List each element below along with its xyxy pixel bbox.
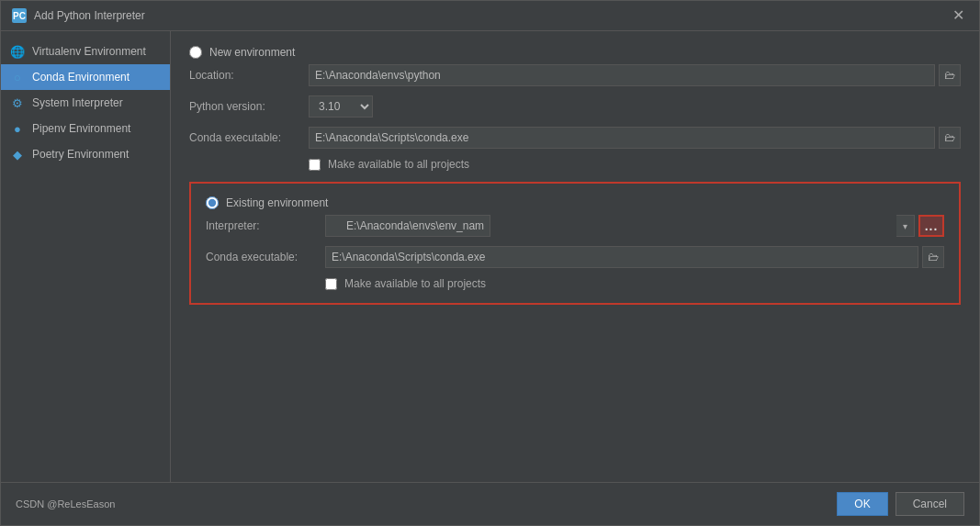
new-conda-exec-label: Conda executable: [189, 131, 309, 144]
new-env-radio[interactable] [189, 46, 202, 59]
existing-env-radio-row: Existing environment [206, 196, 944, 209]
sidebar-item-pipenv-label: Pipenv Environment [32, 122, 130, 135]
location-label: Location: [189, 69, 309, 82]
new-conda-exec-input[interactable] [309, 127, 935, 149]
existing-env-radio[interactable] [206, 196, 219, 209]
new-env-radio-row: New environment [189, 46, 961, 59]
location-control: 🗁 [309, 64, 961, 86]
virtualenv-icon: 🌐 [10, 44, 25, 59]
dialog-title: Add Python Interpreter [34, 9, 145, 22]
dialog-icon: PC [12, 8, 27, 23]
sidebar-item-pipenv[interactable]: ● Pipenv Environment [1, 116, 170, 141]
add-python-interpreter-dialog: PC Add Python Interpreter ✕ 🌐 Virtualenv… [0, 0, 980, 526]
existing-env-make-available-checkbox[interactable] [325, 278, 337, 290]
existing-environment-section: Existing environment Interpreter: ▾ ... [189, 182, 961, 305]
python-version-select[interactable]: 3.10 3.9 3.8 [309, 95, 373, 118]
footer-branding: CSDN @ReLesEason [16, 498, 115, 509]
poetry-icon: ◆ [10, 147, 25, 162]
new-env-radio-label: New environment [209, 46, 295, 59]
sidebar-item-conda[interactable]: ○ Conda Environment [1, 64, 170, 90]
new-environment-section: New environment Location: 🗁 Python versi… [189, 46, 961, 171]
existing-conda-exec-control: 🗁 [325, 246, 944, 268]
main-panel: New environment Location: 🗁 Python versi… [171, 31, 979, 482]
interpreter-row: Interpreter: ▾ ... [206, 215, 944, 237]
pipenv-icon: ● [10, 121, 25, 136]
interpreter-browse-button[interactable]: ... [918, 215, 944, 237]
close-button[interactable]: ✕ [949, 8, 968, 23]
interpreter-label: Interpreter: [206, 219, 325, 232]
location-browse-button[interactable]: 🗁 [939, 64, 961, 86]
cancel-button[interactable]: Cancel [896, 492, 964, 516]
existing-conda-exec-input[interactable] [325, 246, 918, 268]
location-input[interactable] [309, 64, 935, 86]
existing-conda-exec-label: Conda executable: [206, 251, 325, 263]
new-conda-exec-control: 🗁 [309, 127, 961, 149]
title-bar-left: PC Add Python Interpreter [12, 8, 145, 23]
interpreter-input-wrap: ▾ ... [325, 215, 944, 237]
sidebar-item-conda-label: Conda Environment [32, 71, 130, 84]
sidebar-item-system[interactable]: ⚙ System Interpreter [1, 90, 170, 116]
interpreter-input-wrapper [325, 215, 893, 237]
existing-env-radio-label: Existing environment [226, 196, 328, 209]
existing-conda-exec-browse-button[interactable]: 🗁 [922, 246, 944, 268]
existing-conda-exec-row: Conda executable: 🗁 [206, 246, 944, 268]
conda-icon: ○ [10, 70, 25, 84]
python-version-label: Python version: [189, 100, 309, 113]
existing-env-make-available-label: Make available to all projects [344, 277, 486, 290]
interpreter-dropdown-button[interactable]: ▾ [896, 215, 915, 237]
sidebar: 🌐 Virtualenv Environment ○ Conda Environ… [1, 31, 171, 482]
sidebar-item-poetry-label: Poetry Environment [32, 148, 129, 161]
interpreter-input[interactable] [325, 215, 490, 237]
new-env-make-available-label: Make available to all projects [328, 158, 469, 171]
python-version-row: Python version: 3.10 3.9 3.8 [189, 95, 961, 118]
title-bar: PC Add Python Interpreter ✕ [1, 1, 979, 31]
sidebar-item-system-label: System Interpreter [32, 96, 123, 109]
sidebar-item-virtualenv-label: Virtualenv Environment [32, 45, 146, 58]
sidebar-item-poetry[interactable]: ◆ Poetry Environment [1, 141, 170, 167]
new-env-make-available-row: Make available to all projects [309, 158, 961, 171]
dialog-footer: CSDN @ReLesEason OK Cancel [1, 482, 979, 525]
system-icon: ⚙ [10, 95, 25, 110]
python-version-control: 3.10 3.9 3.8 [309, 95, 961, 118]
sidebar-item-virtualenv[interactable]: 🌐 Virtualenv Environment [1, 39, 170, 64]
new-conda-exec-browse-button[interactable]: 🗁 [939, 127, 961, 149]
location-row: Location: 🗁 [189, 64, 961, 86]
dialog-content: 🌐 Virtualenv Environment ○ Conda Environ… [1, 31, 979, 482]
new-env-make-available-checkbox[interactable] [309, 159, 321, 171]
ok-button[interactable]: OK [837, 492, 887, 516]
new-conda-exec-row: Conda executable: 🗁 [189, 127, 961, 149]
existing-env-make-available-row: Make available to all projects [325, 277, 944, 290]
